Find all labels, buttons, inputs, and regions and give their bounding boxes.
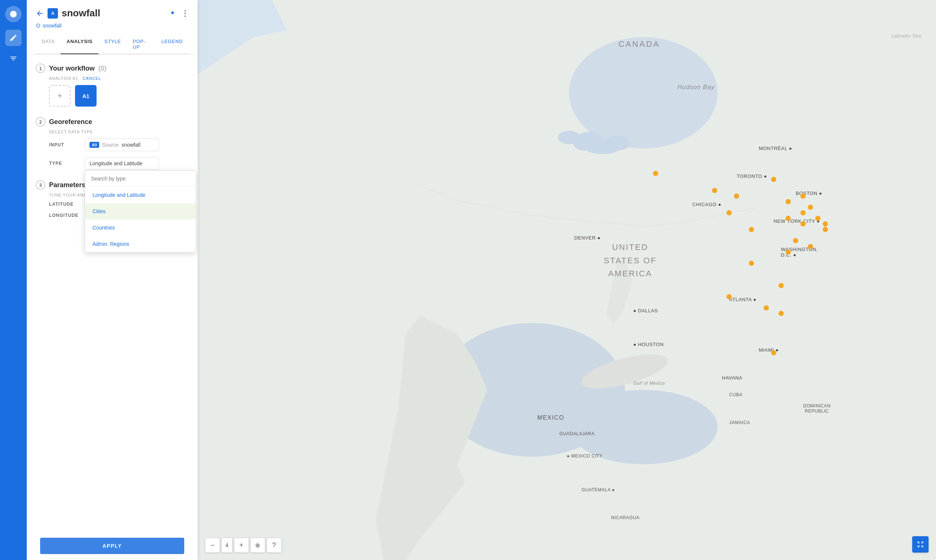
type-field-row: TYPE Longitude and Latitude Longitude an… <box>49 157 189 170</box>
longitude-label: LONGITUDE <box>49 213 79 218</box>
map-svg <box>198 0 936 560</box>
apply-button[interactable]: APPLY <box>40 538 184 554</box>
a1-node[interactable]: A1 <box>75 85 97 106</box>
zoom-out-btn[interactable]: − <box>205 538 220 552</box>
tab-data[interactable]: DATA <box>35 35 60 54</box>
zoom-in-btn[interactable]: + <box>234 538 249 552</box>
dropdown-item-countries[interactable]: Countries <box>85 220 196 236</box>
map-controls-right <box>912 536 928 552</box>
georeference-title: Georeference <box>49 118 92 126</box>
workflow-title: Your workflow <box>49 65 95 72</box>
type-dropdown-container: Longitude and Latitude Longitude and Lat… <box>85 157 159 170</box>
map-expand-btn[interactable] <box>912 536 928 552</box>
logo-dot <box>10 11 17 17</box>
add-node-btn[interactable]: + <box>49 85 71 106</box>
input-value: A0 Source snowfall <box>85 138 159 151</box>
tab-legend[interactable]: LEGEND <box>155 35 189 54</box>
filter-tool-btn[interactable] <box>5 51 22 67</box>
panel-title: snowfall <box>62 8 100 19</box>
map-area: CANADA Hudson Bay Labrador Sea UNITEDSTA… <box>198 0 936 560</box>
panel-header-actions: ✦ ⋮ <box>170 9 189 18</box>
georeference-subtitle: SELECT DATA TYPE <box>49 129 189 134</box>
back-button[interactable] <box>35 9 44 17</box>
parameters-number: 3 <box>35 180 45 190</box>
latitude-label: LATITUDE <box>49 202 79 207</box>
panel-header-left: A snowfall <box>35 8 100 19</box>
side-panel: A snowfall ✦ ⋮ ⊙ snowfall DATA ANALYSIS … <box>27 0 198 560</box>
zoom-reset-btn[interactable]: ⊕ <box>250 538 265 552</box>
dropdown-search-container <box>85 171 196 187</box>
map-controls-zoom: − 4 + ⊕ ? <box>205 538 282 552</box>
workflow-number: 1 <box>35 63 45 73</box>
type-dropdown-menu: Longitude and Latitude Cities Countries … <box>85 171 196 252</box>
dropdown-item-lonlat[interactable]: Longitude and Latitude <box>85 187 196 203</box>
workflow-count: (0) <box>99 65 106 72</box>
dropdown-search-input[interactable] <box>91 175 190 182</box>
app-logo[interactable] <box>5 6 22 22</box>
edit-tool-btn[interactable] <box>5 30 22 46</box>
panel-content: 1 Your workflow (0) ANALYSIS A1 CANCEL +… <box>27 55 198 532</box>
svg-point-4 <box>604 135 630 151</box>
tab-analysis[interactable]: ANALYSIS <box>60 35 99 54</box>
panel-header: A snowfall ✦ ⋮ ⊙ snowfall DATA ANALYSIS … <box>27 0 198 55</box>
dropdown-item-cities[interactable]: Cities <box>85 203 196 220</box>
type-label: TYPE <box>49 161 79 166</box>
workflow-section: 1 Your workflow (0) ANALYSIS A1 CANCEL +… <box>35 63 189 106</box>
cancel-btn[interactable]: CANCEL <box>82 76 101 81</box>
toolbar <box>0 0 27 560</box>
move-icon[interactable]: ✦ <box>170 9 176 18</box>
type-dropdown-trigger[interactable]: Longitude and Latitude <box>85 157 159 170</box>
subtitle-text: snowfall <box>43 23 62 29</box>
workflow-header: 1 Your workflow (0) <box>35 63 189 73</box>
type-value: Longitude and Latitude <box>89 160 142 166</box>
workflow-subtitle: ANALYSIS A1 CANCEL <box>49 76 189 81</box>
svg-point-5 <box>558 131 580 144</box>
subtitle-icon: ⊙ <box>35 22 40 29</box>
tabs: DATA ANALYSIS STYLE POP-UP LEGEND <box>35 35 189 54</box>
georeference-header: 2 Georeference <box>35 117 189 127</box>
help-btn[interactable]: ? <box>267 538 282 552</box>
panel-subtitle[interactable]: ⊙ snowfall <box>35 22 189 29</box>
svg-point-7 <box>569 390 717 464</box>
layer-badge: A <box>48 8 58 18</box>
input-label: INPUT <box>49 142 79 148</box>
panel-header-top: A snowfall ✦ ⋮ <box>35 8 189 19</box>
more-icon[interactable]: ⋮ <box>181 9 189 18</box>
dropdown-item-admin[interactable]: Admin. Regions <box>85 236 196 252</box>
input-dataset: snowfall <box>122 142 140 148</box>
parameters-title: Parameters <box>49 181 85 189</box>
zoom-level: 4 <box>222 538 232 552</box>
a0-badge: A0 <box>89 142 99 148</box>
georeference-number: 2 <box>35 117 45 127</box>
input-source-text: Source <box>102 142 119 148</box>
workflow-nodes: + A1 <box>49 85 189 106</box>
tab-popup[interactable]: POP-UP <box>127 35 155 54</box>
georeference-section: 2 Georeference SELECT DATA TYPE INPUT A0… <box>35 117 189 170</box>
input-field-row: INPUT A0 Source snowfall <box>49 138 189 151</box>
tab-style[interactable]: STYLE <box>99 35 127 54</box>
